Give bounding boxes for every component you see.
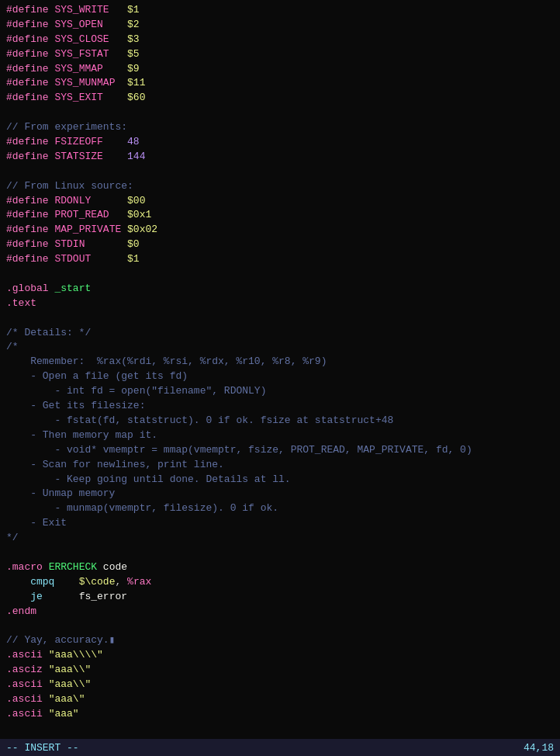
code-line: - fstat(fd, statstruct). 0 if ok. fsize … (0, 414, 560, 428)
code-line: // Yay, accuracy.▮ (0, 633, 560, 648)
code-line: #define SYS_MMAP $9 (0, 62, 560, 77)
code-line: .endm (0, 605, 560, 619)
code-line: - Then memory map it. (0, 428, 560, 443)
code-line: - munmap(vmemptr, filesize). 0 if ok. (0, 501, 560, 516)
code-line: Remember: %rax(%rdi, %rsi, %rdx, %r10, %… (0, 355, 560, 369)
code-line: #define SYS_EXIT $60 (0, 91, 560, 106)
code-line (0, 619, 560, 633)
code-line (0, 722, 560, 737)
code-line: */ (0, 531, 560, 546)
code-line: #define SYS_WRITE $1 (0, 3, 560, 18)
code-line: - Open a file (get its fd) (0, 369, 560, 384)
code-line: #define SYS_CLOSE $3 (0, 33, 560, 47)
cursor-position: 44,18 (524, 742, 554, 754)
code-line: .text (0, 297, 560, 311)
code-line: #define PROT_READ $0x1 (0, 208, 560, 223)
insert-mode-indicator: -- INSERT -- (6, 742, 79, 754)
code-line: #define STDOUT $1 (0, 252, 560, 267)
code-line: - Scan for newlines, print line. (0, 458, 560, 473)
code-line: - int fd = open("filename", RDONLY) (0, 384, 560, 399)
code-line: /* Details: */ (0, 326, 560, 341)
code-line: - Exit (0, 516, 560, 531)
code-line: .ascii "aaa\\\\" (0, 648, 560, 663)
code-line (0, 106, 560, 120)
code-line: - Keep going until done. Details at ll. (0, 473, 560, 487)
code-line (0, 546, 560, 560)
code-editor[interactable]: #define SYS_WRITE $1 #define SYS_OPEN $2… (0, 0, 560, 756)
code-line: /* (0, 340, 560, 355)
code-line (0, 165, 560, 179)
code-line: #define FSIZEOFF 48 (0, 135, 560, 150)
code-line: #define STATSIZE 144 (0, 150, 560, 165)
code-line (0, 311, 560, 326)
code-line: #define SYS_OPEN $2 (0, 18, 560, 33)
code-line: #define MAP_PRIVATE $0x02 (0, 223, 560, 238)
code-line: #define STDIN $0 (0, 238, 560, 252)
code-line: #define RDONLY $00 (0, 194, 560, 209)
code-line (0, 267, 560, 282)
code-line: #define SYS_MUNMAP $11 (0, 76, 560, 91)
code-line: - void* vmemptr = mmap(vmemptr, fsize, P… (0, 443, 560, 458)
code-line: // From experiments: (0, 120, 560, 135)
code-line: .asciz "aaa\\" (0, 663, 560, 678)
code-line: .macro ERRCHECK code (0, 560, 560, 575)
code-line: cmpq $\code, %rax (0, 575, 560, 590)
code-line: - Get its filesize: (0, 399, 560, 414)
code-line: .ascii "aaa\\" (0, 678, 560, 692)
code-line: .global _start (0, 282, 560, 297)
code-line: .ascii "aaa\" (0, 692, 560, 707)
status-bar: -- INSERT -- 44,18 (0, 739, 560, 756)
code-line: je fs_error (0, 590, 560, 605)
code-line: .ascii "aaa" (0, 707, 560, 722)
code-line: - Unmap memory (0, 487, 560, 501)
code-line: #define SYS_FSTAT $5 (0, 47, 560, 62)
code-line: // From Linux source: (0, 179, 560, 194)
